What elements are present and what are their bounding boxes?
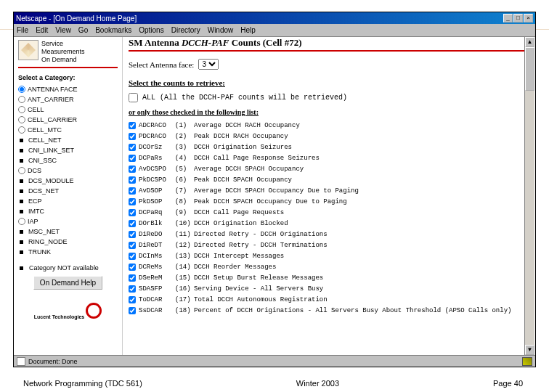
category-item-16: TRUNK	[18, 247, 118, 257]
titlebar: Netscape - [On Demand Home Page] _ □ ×	[14, 12, 535, 24]
category-item-2[interactable]: CELL	[18, 105, 118, 115]
category-radio-1[interactable]	[18, 96, 25, 103]
category-item-14: MSC_NET	[18, 226, 118, 237]
count-item-5: PkDCSPO(6)Peak DCCH SPACH Occupancy	[129, 175, 529, 186]
category-label: Select a Category:	[18, 74, 118, 81]
browser-window: Netscape - [On Demand Home Page] _ □ × F…	[13, 12, 536, 367]
count-checkbox-0[interactable]	[129, 122, 136, 129]
menu-options[interactable]: Options	[139, 26, 163, 34]
count-checkbox-11[interactable]	[129, 242, 136, 249]
category-item-12: IMTC	[18, 206, 118, 216]
count-checkbox-4[interactable]	[129, 166, 136, 173]
on-demand-help-button[interactable]: On Demand Help	[33, 276, 102, 290]
not-available-legend: Category NOT available	[18, 264, 118, 271]
bullet-icon	[20, 200, 23, 203]
bullet-icon	[20, 250, 23, 254]
count-item-7: PkDSOP(8)Peak DCCH SPACH Occupancy Due t…	[129, 197, 529, 208]
footer-right: Page 40	[493, 379, 523, 388]
security-icon	[522, 357, 532, 366]
close-button[interactable]: ×	[524, 14, 533, 23]
count-item-9: DOrBlk(10)DCCH Origination Blocked	[129, 219, 529, 229]
slide-footer: Network Programming (TDC 561) Winter 200…	[0, 379, 549, 388]
count-item-14: DSeReM(15)DCCH Setup Burst Release Messa…	[129, 273, 529, 284]
lucent-logo: Lucent Technologies	[18, 303, 118, 320]
scroll-thumb[interactable]	[525, 47, 534, 91]
count-item-1: PDCRACO(2)Peak DCCH RACH Occupancy	[129, 131, 529, 142]
menu-directory[interactable]: Directory	[171, 26, 200, 34]
count-item-6: AvDSOP(7)Average DCCH SPACH Occupancy Du…	[129, 186, 529, 197]
scroll-up-button[interactable]: ▲	[525, 37, 534, 47]
count-item-2: DCOrSz(3)DCCH Origination Seizures	[129, 142, 529, 153]
select-antenna-label: Select Antenna face:	[129, 60, 194, 69]
page-title: SM Antenna DCCH-PAF Counts (Cell #72)	[129, 37, 529, 49]
maximize-button[interactable]: □	[513, 14, 523, 23]
footer-left: Network Programming (TDC 561)	[23, 379, 142, 388]
category-item-5: CELL_NET	[18, 135, 118, 145]
category-item-13[interactable]: IAP	[18, 216, 118, 226]
main-panel: SM Antenna DCCH-PAF Counts (Cell #72) Se…	[123, 37, 535, 355]
menubar: FileEditViewGoBookmarksOptionsDirectoryW…	[14, 24, 535, 37]
menu-help[interactable]: Help	[240, 26, 256, 34]
count-checkbox-9[interactable]	[129, 220, 136, 227]
statusbar: Document: Done	[14, 355, 535, 367]
count-checkbox-15[interactable]	[129, 285, 136, 293]
window-title: Netscape - [On Demand Home Page]	[16, 15, 137, 23]
count-checkbox-3[interactable]	[129, 155, 136, 162]
counts-list: ADCRACO(1)Average DCCH RACH OccupancyPDC…	[129, 121, 529, 317]
category-item-9: DCS_MODULE	[18, 176, 118, 186]
category-radio-8[interactable]	[18, 167, 25, 174]
category-radio-4[interactable]	[18, 126, 25, 134]
bullet-icon	[20, 189, 23, 193]
bullet-icon	[20, 179, 23, 183]
category-item-1[interactable]: ANT_CARRIER	[18, 94, 118, 105]
bullet-icon	[20, 159, 23, 163]
menu-bookmarks[interactable]: Bookmarks	[95, 26, 131, 34]
category-item-7: CNI_SSC	[18, 155, 118, 166]
count-checkbox-17[interactable]	[129, 307, 136, 314]
select-counts-header: Select the counts to retrieve:	[129, 78, 529, 87]
count-checkbox-12[interactable]	[129, 253, 136, 260]
vertical-scrollbar[interactable]: ▲ ▼	[524, 37, 534, 355]
count-item-13: DCReMs(14)DCCH Reorder Messages	[129, 262, 529, 273]
count-checkbox-5[interactable]	[129, 176, 136, 184]
count-checkbox-10[interactable]	[129, 231, 136, 238]
sidebar: ServiceMeasurementsOn Demand Select a Ca…	[14, 37, 123, 355]
menu-window[interactable]: Window	[208, 26, 234, 34]
category-item-10: DCS_NET	[18, 186, 118, 196]
count-checkbox-1[interactable]	[129, 133, 136, 140]
category-list: ANTENNA FACEANT_CARRIERCELLCELL_CARRIERC…	[18, 84, 118, 257]
menu-edit[interactable]: Edit	[36, 26, 48, 34]
count-checkbox-2[interactable]	[129, 144, 136, 151]
count-item-10: DiReDO(11)Directed Retry - DCCH Originat…	[129, 229, 529, 240]
menu-file[interactable]: File	[17, 26, 28, 34]
menu-view[interactable]: View	[55, 26, 71, 34]
status-text: Document: Done	[28, 358, 78, 365]
or-only-header: or only those checked in the following l…	[129, 108, 529, 116]
category-item-3[interactable]: CELL_CARRIER	[18, 115, 118, 125]
antenna-face-select[interactable]: 3	[198, 59, 219, 70]
category-item-6: CNI_LINK_SET	[18, 145, 118, 155]
count-item-0: ADCRACO(1)Average DCCH RACH Occupancy	[129, 121, 529, 131]
count-checkbox-7[interactable]	[129, 198, 136, 205]
document-icon	[17, 357, 25, 366]
all-counts-checkbox[interactable]	[129, 93, 138, 102]
menu-go[interactable]: Go	[78, 26, 88, 34]
minimize-button[interactable]: _	[503, 14, 513, 23]
count-item-8: DCPaRq(9)DCCH Call Page Requests	[129, 208, 529, 219]
count-checkbox-14[interactable]	[129, 274, 136, 282]
count-item-15: SDASFP(16)Serving Device - All Servers B…	[129, 284, 529, 295]
category-item-0[interactable]: ANTENNA FACE	[18, 84, 118, 94]
category-radio-13[interactable]	[18, 218, 25, 225]
bullet-icon	[20, 240, 23, 244]
scroll-down-button[interactable]: ▼	[525, 345, 534, 355]
count-checkbox-16[interactable]	[129, 296, 136, 303]
count-checkbox-8[interactable]	[129, 209, 136, 216]
count-checkbox-13[interactable]	[129, 264, 136, 271]
count-checkbox-6[interactable]	[129, 187, 136, 195]
category-item-4[interactable]: CELL_MTC	[18, 125, 118, 135]
category-radio-2[interactable]	[18, 106, 25, 113]
category-item-8[interactable]: DCS	[18, 166, 118, 176]
category-radio-3[interactable]	[18, 116, 25, 123]
category-radio-0[interactable]	[18, 86, 25, 93]
count-item-11: DiReDT(12)Directed Retry - DCCH Terminat…	[129, 240, 529, 251]
